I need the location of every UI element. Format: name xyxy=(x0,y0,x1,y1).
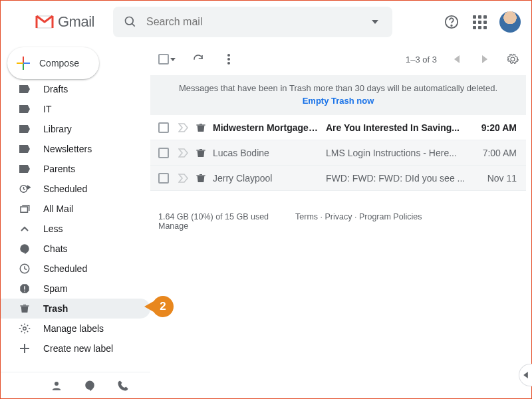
email-row[interactable]: Lucas BodineLMS Login Instructions - Her… xyxy=(150,140,526,166)
sidebar-item-scheduled[interactable]: Scheduled xyxy=(1,259,150,279)
annotation-callout: 2 xyxy=(144,296,174,317)
prev-page-icon[interactable] xyxy=(449,51,465,67)
label-icon xyxy=(18,162,31,176)
chat-icon xyxy=(18,242,31,255)
svg-point-0 xyxy=(125,17,133,25)
app-header: Gmail xyxy=(1,1,531,43)
sidebar-item-scheduled[interactable]: Scheduled xyxy=(1,179,150,199)
important-marker-icon[interactable] xyxy=(178,174,189,183)
select-all-checkbox[interactable] xyxy=(158,54,176,65)
account-avatar[interactable] xyxy=(499,11,521,33)
row-checkbox[interactable] xyxy=(158,122,169,133)
contacts-icon[interactable] xyxy=(49,378,65,394)
chevron-up-icon xyxy=(18,222,31,235)
policies-link[interactable]: Program Policies xyxy=(359,212,422,221)
svg-point-11 xyxy=(227,54,230,57)
search-input[interactable] xyxy=(146,16,359,28)
sidebar-item-drafts[interactable]: Drafts xyxy=(1,79,150,99)
trash-banner: Messages that have been in Trash more th… xyxy=(150,75,526,115)
list-toolbar: 1–3 of 3 xyxy=(150,43,531,75)
svg-rect-9 xyxy=(20,305,29,306)
svg-point-17 xyxy=(55,382,59,386)
svg-rect-8 xyxy=(24,291,25,292)
label-icon xyxy=(18,122,31,136)
next-page-icon[interactable] xyxy=(477,51,493,67)
label-icon xyxy=(18,102,31,116)
sidebar-item-create-new-label[interactable]: Create new label xyxy=(1,338,150,358)
stack-icon xyxy=(18,202,31,215)
more-icon[interactable] xyxy=(221,51,237,67)
row-checkbox[interactable] xyxy=(158,173,169,184)
refresh-icon[interactable] xyxy=(190,51,206,67)
sidebar-item-it[interactable]: IT xyxy=(1,99,150,119)
search-bar[interactable] xyxy=(113,7,392,37)
sidebar-item-label: Trash xyxy=(43,303,68,314)
sidebar-item-label: Spam xyxy=(43,283,68,294)
settings-gear-icon[interactable] xyxy=(505,51,521,67)
nav-list: DraftsITLibraryNewslettersParentsSchedul… xyxy=(1,79,150,358)
sidebar-item-label: IT xyxy=(43,104,51,114)
row-checkbox[interactable] xyxy=(158,148,169,158)
sidebar-item-library[interactable]: Library xyxy=(1,119,150,139)
email-sender: Jerry Claypool xyxy=(213,173,319,184)
gmail-logo[interactable]: Gmail xyxy=(35,13,94,31)
apps-grid-icon[interactable] xyxy=(471,14,487,30)
sidebar-item-all-mail[interactable]: All Mail xyxy=(1,199,150,219)
svg-point-10 xyxy=(23,327,27,331)
sidebar-item-label: Newsletters xyxy=(43,144,92,154)
side-panel-toggle[interactable] xyxy=(519,364,532,386)
email-list: Midwestern Mortgage andAre You Intereste… xyxy=(150,115,526,191)
sidebar-item-manage-labels[interactable]: Manage labels xyxy=(1,319,150,338)
trash-icon xyxy=(196,148,206,158)
sidebar: Compose DraftsITLibraryNewslettersParent… xyxy=(1,43,150,373)
hangouts-bar xyxy=(1,372,150,398)
email-date: Nov 11 xyxy=(479,173,526,184)
trash-icon xyxy=(196,173,206,184)
search-options-dropdown-icon[interactable] xyxy=(367,14,383,30)
email-row[interactable]: Midwestern Mortgage andAre You Intereste… xyxy=(150,115,526,140)
sidebar-item-label: Parents xyxy=(43,164,75,174)
sidebar-item-label: Scheduled xyxy=(43,184,87,194)
gmail-logo-mark xyxy=(35,15,54,29)
plus-icon xyxy=(18,342,31,355)
annotation-number: 2 xyxy=(152,296,174,317)
important-marker-icon[interactable] xyxy=(178,123,189,132)
menu-icon[interactable] xyxy=(11,14,27,30)
sidebar-item-trash[interactable]: Trash xyxy=(1,299,150,319)
email-date: 7:00 AM xyxy=(479,148,526,158)
svg-point-3 xyxy=(451,25,452,26)
sidebar-item-spam[interactable]: Spam xyxy=(1,279,150,299)
privacy-link[interactable]: Privacy xyxy=(325,212,352,221)
compose-plus-icon xyxy=(17,57,30,70)
email-date: 9:20 AM xyxy=(479,122,526,133)
search-icon[interactable] xyxy=(122,14,138,30)
compose-button[interactable]: Compose xyxy=(7,47,99,79)
email-subject: LMS Login Instructions - Here... xyxy=(319,148,479,158)
storage-text: 1.64 GB (10%) of 15 GB used xyxy=(158,212,269,221)
phone-icon[interactable] xyxy=(115,378,131,394)
email-row[interactable]: Jerry ClaypoolFWD: FWD: FWD: DId you see… xyxy=(150,166,526,191)
sidebar-item-label: Drafts xyxy=(43,84,68,94)
label-icon xyxy=(18,82,31,96)
important-marker-icon[interactable] xyxy=(178,148,189,158)
sidebar-item-chats[interactable]: Chats xyxy=(1,239,150,259)
sidebar-item-parents[interactable]: Parents xyxy=(1,159,150,179)
svg-rect-14 xyxy=(196,124,205,125)
help-icon[interactable] xyxy=(444,14,460,30)
terms-link[interactable]: Terms xyxy=(295,212,318,221)
sidebar-item-newsletters[interactable]: Newsletters xyxy=(1,139,150,159)
sidebar-item-label: Less xyxy=(43,223,63,234)
svg-rect-5 xyxy=(21,207,28,212)
banner-text: Messages that have been in Trash more th… xyxy=(158,83,518,93)
sidebar-item-label: Manage labels xyxy=(43,323,104,334)
sidebar-item-less[interactable]: Less xyxy=(1,219,150,239)
sidebar-item-label: Scheduled xyxy=(43,263,87,274)
svg-point-13 xyxy=(227,62,230,65)
trash-icon xyxy=(18,302,31,315)
svg-rect-7 xyxy=(24,286,25,289)
hangouts-icon[interactable] xyxy=(82,378,98,394)
empty-trash-link[interactable]: Empty Trash now xyxy=(303,96,374,106)
manage-storage-link[interactable]: Manage xyxy=(158,221,188,231)
clock-icon xyxy=(18,262,31,275)
svg-line-1 xyxy=(132,24,134,27)
